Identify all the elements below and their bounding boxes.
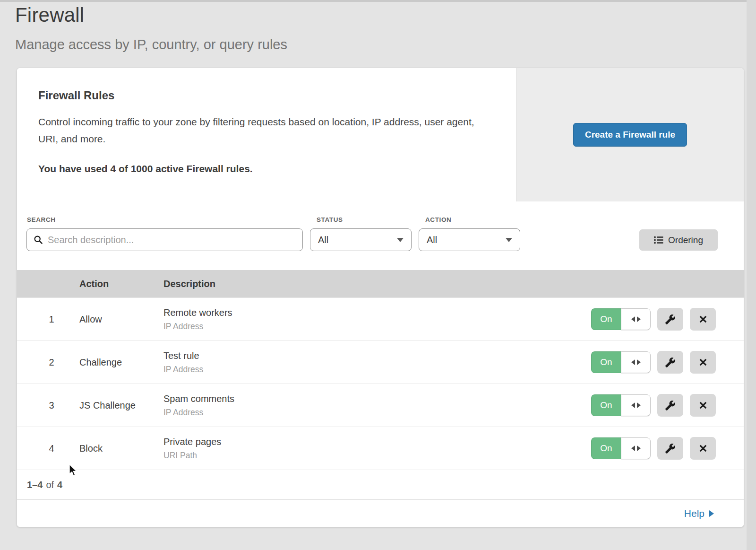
caret-right-icon: [637, 359, 641, 365]
toggle-on-label: On: [591, 394, 621, 416]
rule-action: Block: [79, 443, 163, 454]
edit-rule-button[interactable]: [657, 394, 683, 417]
info-title: Firewall Rules: [38, 89, 493, 102]
caret-right-icon: [637, 445, 641, 451]
firewall-rules-card: Firewall Rules Control incoming traffic …: [17, 68, 744, 527]
search-icon: [34, 235, 43, 244]
rule-priority: 2: [17, 357, 79, 368]
toggle-on-label: On: [591, 308, 621, 330]
rule-priority: 3: [17, 400, 79, 411]
delete-rule-button[interactable]: [690, 437, 716, 460]
pagination-of: of: [46, 480, 54, 490]
description-column-header: Description: [163, 279, 583, 289]
create-firewall-rule-button[interactable]: Create a Firewall rule: [573, 123, 687, 147]
rule-priority: 1: [17, 314, 79, 325]
toggle-on-label: On: [591, 351, 621, 373]
pagination-range: 1–4: [27, 480, 43, 490]
rule-match-type: IP Address: [163, 408, 583, 418]
toggle-on-label: On: [591, 437, 621, 459]
delete-rule-button[interactable]: [690, 351, 716, 374]
edit-rule-button[interactable]: [657, 437, 683, 460]
action-column-header: Action: [79, 279, 163, 289]
page-header: Firewall Manage access by IP, country, o…: [15, 4, 287, 52]
edit-rule-button[interactable]: [657, 308, 683, 331]
toggle-knob[interactable]: [621, 351, 651, 373]
chevron-down-icon: [506, 238, 512, 242]
ordering-list-icon: [654, 236, 663, 244]
delete-rule-button[interactable]: [690, 308, 716, 331]
rule-match-type: IP Address: [163, 365, 583, 375]
rule-description: Remote workers: [163, 307, 583, 318]
delete-rule-button[interactable]: [690, 394, 716, 417]
card-footer: Help: [17, 499, 744, 527]
rule-action: Allow: [79, 314, 163, 325]
caret-right-icon: [637, 402, 641, 408]
rule-match-type: URI Path: [163, 451, 583, 461]
help-link-label: Help: [684, 508, 704, 519]
rule-priority: 4: [17, 443, 79, 454]
help-link[interactable]: Help: [684, 508, 714, 519]
info-pane: Firewall Rules Control incoming traffic …: [17, 68, 516, 201]
status-label: STATUS: [317, 216, 343, 223]
table-row: 1 Allow Remote workers IP Address On: [17, 297, 744, 340]
table-row: 3 JS Challenge Spam comments IP Address …: [17, 384, 744, 427]
filter-section: SEARCH STATUS All ACTION All: [17, 201, 744, 270]
info-description: Control incoming traffic to your zone by…: [38, 113, 492, 148]
wrench-icon: [665, 357, 676, 368]
rule-action: Challenge: [79, 357, 163, 368]
wrench-icon: [665, 400, 676, 411]
action-select-value: All: [427, 235, 437, 245]
pagination-total: 4: [57, 480, 62, 490]
rule-enabled-toggle[interactable]: On: [591, 437, 651, 459]
table-row: 2 Challenge Test rule IP Address On: [17, 340, 744, 384]
action-label: ACTION: [425, 216, 451, 223]
caret-left-icon: [631, 316, 635, 322]
close-icon: [698, 400, 708, 410]
search-label: SEARCH: [27, 216, 56, 223]
search-box[interactable]: [26, 228, 303, 251]
status-select[interactable]: All: [310, 228, 412, 251]
page-right-margin: [747, 0, 756, 550]
ordering-button-label: Ordering: [668, 235, 703, 245]
caret-left-icon: [631, 359, 635, 365]
rule-enabled-toggle[interactable]: On: [591, 394, 651, 416]
window-top-edge: [0, 0, 756, 2]
info-section: Firewall Rules Control incoming traffic …: [17, 68, 744, 201]
rule-action: JS Challenge: [79, 400, 163, 411]
table-header: Action Description: [17, 270, 744, 297]
toggle-knob[interactable]: [621, 308, 651, 330]
edit-rule-button[interactable]: [657, 351, 683, 374]
toggle-knob[interactable]: [621, 437, 651, 459]
create-rule-pane: Create a Firewall rule: [516, 68, 744, 201]
page-title: Firewall: [15, 4, 287, 26]
rule-enabled-toggle[interactable]: On: [591, 351, 651, 373]
wrench-icon: [665, 443, 676, 454]
close-icon: [698, 443, 708, 454]
rules-table: Action Description 1 Allow Remote worker…: [17, 270, 744, 470]
wrench-icon: [665, 314, 676, 325]
search-input[interactable]: [48, 235, 296, 245]
toggle-knob[interactable]: [621, 394, 651, 416]
usage-note: You have used 4 of 1000 active Firewall …: [38, 163, 493, 175]
page-subtitle: Manage access by IP, country, or query r…: [15, 37, 287, 52]
table-row: 4 Block Private pages URI Path On: [17, 427, 744, 470]
arrow-right-icon: [709, 510, 714, 517]
rule-enabled-toggle[interactable]: On: [591, 308, 651, 330]
caret-right-icon: [637, 316, 641, 322]
action-select[interactable]: All: [419, 228, 520, 251]
chevron-down-icon: [397, 238, 404, 242]
rule-description: Private pages: [163, 437, 583, 447]
caret-left-icon: [631, 402, 635, 408]
rule-description: Test rule: [163, 350, 583, 361]
caret-left-icon: [631, 445, 635, 451]
ordering-button[interactable]: Ordering: [639, 229, 718, 251]
rule-description: Spam comments: [163, 393, 583, 404]
close-icon: [698, 314, 708, 324]
pagination: 1–4 of 4: [17, 470, 744, 499]
status-select-value: All: [318, 235, 328, 245]
close-icon: [698, 357, 708, 367]
rule-match-type: IP Address: [163, 322, 583, 332]
